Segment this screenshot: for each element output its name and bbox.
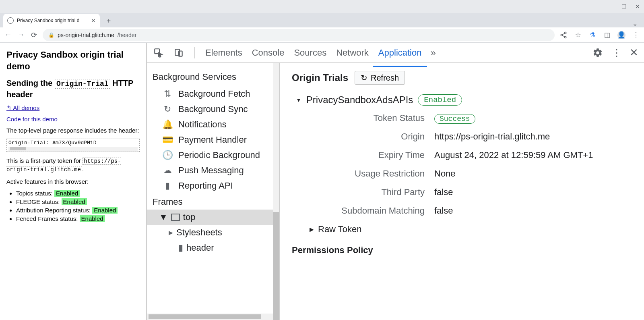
para-header-info: The top-level page response includes the…: [6, 127, 140, 135]
svg-point-1: [561, 34, 563, 36]
close-tab-icon[interactable]: ✕: [91, 17, 96, 24]
subdomain-label: Subdomain Matching: [304, 206, 425, 216]
all-demos-link[interactable]: ↰ All demos: [6, 104, 39, 112]
list-item: Topics status: Enabled: [16, 190, 140, 197]
sidebar-item-notifications[interactable]: 🔔Notifications: [153, 117, 279, 132]
device-toggle-icon[interactable]: [173, 47, 185, 59]
page-content: Privacy Sandbox origin trial demo Sendin…: [0, 43, 146, 320]
header-code-box: Origin-Trial: Am73/Quv9dPM1D: [6, 139, 140, 152]
chevron-right-icon: ▶: [169, 229, 173, 236]
devtools-sidebar: Background Services ⇅Background Fetch ↻B…: [147, 63, 280, 320]
reload-button[interactable]: ⟳: [30, 31, 38, 39]
refresh-button[interactable]: ↻ Refresh: [355, 71, 405, 85]
inspect-icon[interactable]: [153, 47, 165, 59]
labs-icon[interactable]: ⚗: [588, 31, 597, 39]
tabs-more-icon[interactable]: »: [430, 47, 436, 58]
subdomain-value: false: [434, 206, 632, 216]
page-title: Privacy Sandbox origin trial demo: [6, 49, 140, 72]
kebab-icon[interactable]: ⋮: [612, 47, 621, 58]
new-tab-button[interactable]: +: [103, 15, 114, 27]
sidebar-section-frames: Frames: [153, 193, 279, 210]
document-icon: ▮: [162, 181, 173, 191]
tab-strip: Privacy Sandbox origin trial d ✕ + ⌄: [0, 13, 644, 27]
tab-elements[interactable]: Elements: [204, 44, 243, 62]
sidebar-scrollbar-v[interactable]: [273, 63, 279, 314]
toolbar: ← → ⟳ 🔒 ps-origin-trial.glitch.me/header…: [0, 27, 644, 43]
cloud-icon: ☁: [162, 165, 173, 176]
globe-icon: [7, 17, 14, 24]
chevron-down-icon: ▼: [159, 212, 168, 222]
frame-header[interactable]: ▮ header: [153, 240, 279, 256]
sidebar-item-background-sync[interactable]: ↻Background Sync: [153, 102, 279, 117]
para-token-info: This is a first-party token for https://…: [6, 157, 140, 174]
expiry-label: Expiry Time: [304, 150, 425, 160]
token-status-label: Token Status: [304, 113, 425, 123]
clock-icon: 🕒: [162, 150, 173, 160]
chevron-right-icon: ▶: [310, 226, 314, 233]
svg-point-0: [564, 32, 566, 34]
fetch-icon: ⇅: [162, 89, 173, 99]
devtools-toolbar: Elements Console Sources Network Applica…: [147, 43, 644, 63]
url-path: /header: [118, 32, 136, 38]
forward-button: →: [17, 31, 25, 39]
refresh-icon: ↻: [361, 73, 367, 83]
menu-icon[interactable]: ⋮: [632, 31, 640, 39]
close-window-icon[interactable]: ✕: [634, 3, 641, 10]
origin-value: https://ps-origin-trial.glitch.me: [434, 131, 632, 142]
file-icon: ▮: [178, 243, 183, 253]
trial-status-pill: Enabled: [418, 94, 462, 106]
code-scrollbar[interactable]: [8, 147, 138, 151]
tab-title: Privacy Sandbox origin trial d: [17, 18, 88, 23]
sync-icon: ↻: [162, 104, 173, 114]
active-features-label: Active features in this browser:: [6, 178, 140, 186]
sidebar-scrollbar-h[interactable]: [147, 314, 273, 320]
lock-icon: 🔒: [48, 32, 54, 38]
raw-token-row[interactable]: ▶ Raw Token: [310, 224, 632, 235]
tab-console[interactable]: Console: [251, 44, 285, 62]
third-party-value: false: [434, 187, 632, 197]
frame-stylesheets[interactable]: ▶ Stylesheets: [153, 225, 279, 240]
usage-label: Usage Restriction: [304, 168, 425, 179]
sidebar-item-push-messaging[interactable]: ☁Push Messaging: [153, 163, 279, 178]
profile-icon[interactable]: 👤: [617, 31, 625, 39]
tab-application[interactable]: Application: [378, 44, 423, 62]
list-item: FLEDGE status: Enabled: [16, 198, 140, 205]
card-icon: 💳: [162, 135, 173, 145]
tab-sources[interactable]: Sources: [293, 44, 327, 62]
tabs-overflow-icon[interactable]: ⌄: [632, 20, 638, 27]
close-devtools-icon[interactable]: ✕: [630, 46, 638, 59]
gear-icon[interactable]: [592, 47, 604, 59]
origin-label: Origin: [304, 131, 425, 142]
code-inline: Origin-Trial: [55, 79, 110, 89]
window-titlebar: — ☐ ✕: [0, 0, 644, 13]
bell-icon: 🔔: [162, 119, 173, 130]
list-item: Attribution Reporting status: Enabled: [16, 207, 140, 214]
minimize-icon[interactable]: —: [607, 3, 613, 10]
list-item: Fenced Frames status: Enabled: [16, 215, 140, 222]
frame-top[interactable]: ▼ top: [147, 210, 279, 225]
trial-name: PrivacySandboxAdsAPIs: [306, 94, 413, 106]
bookmark-icon[interactable]: ☆: [574, 31, 582, 39]
frame-icon: [171, 214, 180, 221]
share-icon[interactable]: [559, 31, 568, 39]
tab-network[interactable]: Network: [335, 44, 369, 62]
status-badge: Enabled: [54, 190, 80, 197]
svg-line-4: [562, 35, 564, 37]
sidebar-item-payment-handler[interactable]: 💳Payment Handler: [153, 132, 279, 148]
maximize-icon[interactable]: ☐: [621, 3, 627, 10]
trial-row[interactable]: ▼ PrivacySandboxAdsAPIs Enabled: [296, 94, 632, 106]
origin-trials-heading: Origin Trials: [292, 72, 348, 83]
sidebar-item-periodic-sync[interactable]: 🕒Periodic Background: [153, 148, 279, 163]
usage-value: None: [434, 168, 632, 179]
browser-tab[interactable]: Privacy Sandbox origin trial d ✕: [3, 14, 100, 27]
sidebar-item-reporting-api[interactable]: ▮Reporting API: [153, 178, 279, 193]
status-badge: Enabled: [92, 207, 118, 214]
code-link[interactable]: Code for this demo: [6, 116, 58, 123]
back-button[interactable]: ←: [4, 31, 12, 39]
permissions-policy-heading: Permissions Policy: [292, 245, 632, 256]
panel-icon[interactable]: ◫: [603, 31, 611, 39]
devtools-details: Origin Trials ↻ Refresh ▼ PrivacySandbox…: [280, 63, 644, 320]
sidebar-item-background-fetch[interactable]: ⇅Background Fetch: [153, 86, 279, 102]
devtools-panel: Elements Console Sources Network Applica…: [146, 43, 644, 320]
address-bar[interactable]: 🔒 ps-origin-trial.glitch.me/header: [43, 29, 555, 41]
